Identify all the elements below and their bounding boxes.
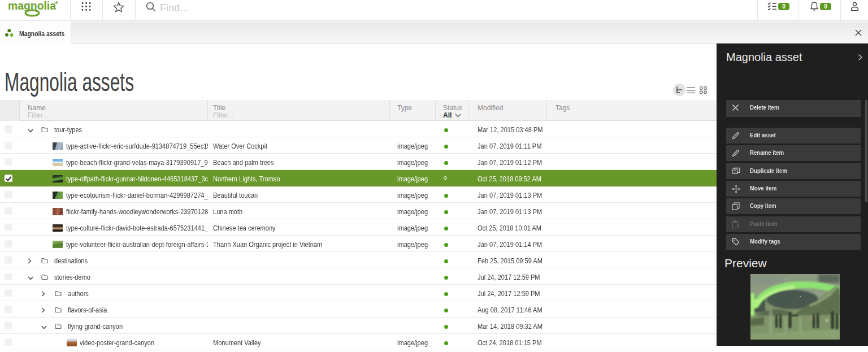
svg-text:Magnolia assets: Magnolia assets [5, 67, 134, 97]
